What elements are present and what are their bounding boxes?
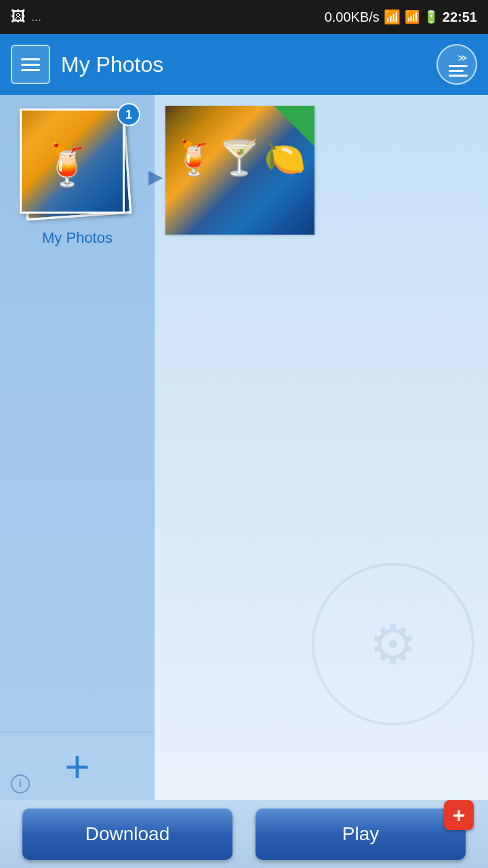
battery-icon: 🔋 xyxy=(424,9,439,24)
page-title: My Photos xyxy=(61,52,163,77)
album-stack: 1 xyxy=(20,108,135,224)
plus-icon: + xyxy=(64,745,89,789)
network-speed: 0.00KB/s xyxy=(325,9,380,25)
photo-grid xyxy=(165,106,477,235)
album-label: My Photos xyxy=(16,229,138,247)
plus-badge: + xyxy=(444,800,474,830)
list-view-button[interactable]: ≫ xyxy=(436,44,477,85)
app-watermark: ⚙ xyxy=(312,563,474,726)
photo-icon: 🖼 xyxy=(11,8,26,26)
wifi-icon: 📶 xyxy=(384,9,401,25)
sidebar: 1 My Photos + xyxy=(0,95,155,800)
album-card-my-photos[interactable]: 1 My Photos xyxy=(16,108,138,244)
action-bar: i Download Play + xyxy=(0,800,488,868)
info-icon: i xyxy=(11,774,30,793)
menu-button[interactable] xyxy=(11,45,50,84)
download-label: Download xyxy=(85,823,170,845)
album-badge-count: 1 xyxy=(117,103,140,126)
signal-icon: 📶 xyxy=(405,9,420,24)
download-button[interactable]: Download xyxy=(22,808,232,860)
status-bar: 🖼 ... 0.00KB/s 📶 📶 🔋 22:51 xyxy=(0,0,488,34)
play-label: Play xyxy=(342,823,379,845)
cocktail-photo-large xyxy=(165,106,314,235)
hamburger-icon xyxy=(21,58,40,71)
photo-thumb-1[interactable] xyxy=(165,106,314,235)
photo-grid-area: ⚙ xyxy=(155,95,488,800)
play-button[interactable]: Play + xyxy=(256,808,466,860)
nav-arrow-icon xyxy=(142,163,169,190)
plus-badge-label: + xyxy=(453,803,466,828)
header: My Photos ≫ xyxy=(0,34,488,95)
clock: 22:51 xyxy=(443,9,477,25)
status-dots: ... xyxy=(31,10,41,24)
list-lines-icon xyxy=(446,65,468,77)
main-content: 1 My Photos + ⚙ xyxy=(0,95,488,800)
album-front-photo xyxy=(20,108,125,214)
